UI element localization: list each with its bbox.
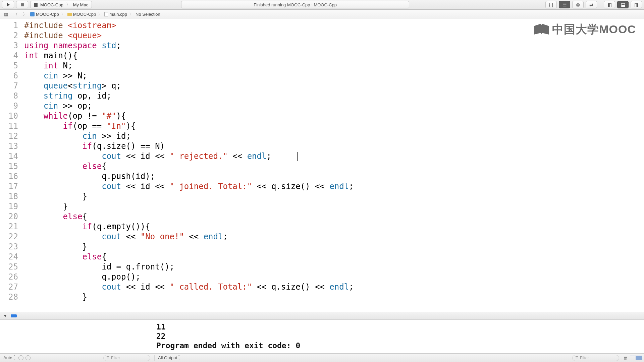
line-number: 1 [0,20,18,31]
chevron-right-icon: 〉 [128,11,134,17]
code-line[interactable]: cin >> op; [24,101,354,111]
code-content[interactable]: #include <iostream>#include <queue>using… [24,19,354,312]
stop-icon [21,3,24,6]
console-output[interactable]: 11 22 Program ended with exit code: 0 [154,320,644,353]
code-line[interactable]: else{ [24,252,354,262]
chevron-right-icon: 〉 [60,11,66,17]
console-filter[interactable]: ☰ Filter [572,355,619,361]
bottom-bar: Auto i ☰ Filter All Output ☰ Filter 🗑 [0,353,644,362]
variables-view[interactable] [0,320,154,353]
main-toolbar: MOOC-Cpp 〉 My Mac Finished running MOOC-… [0,0,644,10]
jumpbar-file[interactable]: main.cpp [104,12,127,17]
code-line[interactable]: cout << id << " joined. Total:" << q.siz… [24,181,354,191]
toggle-navigator-button[interactable]: ◧ [604,1,615,8]
jumpbar-selection-label: No Selection [136,12,160,17]
text-cursor [297,152,298,161]
code-line[interactable]: } [24,201,354,212]
code-line[interactable]: if(q.size() == N) [24,141,354,151]
line-number: 3 [0,41,18,51]
variables-footer: Auto i ☰ Filter [0,355,154,361]
code-line[interactable]: queue<string> q; [24,81,354,91]
scheme-selector[interactable]: MOOC-Cpp 〉 My Mac [30,1,92,8]
code-review-button[interactable]: { } [545,1,557,8]
jumpbar-file-label: main.cpp [109,12,127,17]
line-number: 5 [0,61,18,71]
target-icon [34,3,38,7]
project-icon [30,12,35,16]
code-editor[interactable]: 1234567891011121314151617181920212223242… [0,19,644,312]
line-number: 12 [0,131,18,141]
code-line[interactable]: else{ [24,161,354,171]
stop-button[interactable] [16,1,28,8]
related-items-button[interactable]: ▦ [2,11,10,18]
code-line[interactable]: id = q.front(); [24,262,354,272]
debug-toolbar: ▾ [0,312,644,320]
filter-icon: ☰ [575,356,579,360]
line-number: 24 [0,252,18,262]
jumpbar-project-label: MOOC-Cpp [36,12,59,17]
line-number: 21 [0,222,18,232]
code-line[interactable]: string op, id; [24,91,354,101]
line-number: 7 [0,81,18,91]
code-line[interactable]: int main(){ [24,51,354,61]
code-line[interactable]: } [24,191,354,201]
version-editor-button[interactable]: ◎ [572,1,584,8]
code-line[interactable]: cin >> N; [24,71,354,81]
chevron-right-icon: 〉 [97,11,103,17]
code-line[interactable]: if(q.empty()){ [24,222,354,232]
chevron-right-icon: 〉 [65,2,72,8]
code-line[interactable]: cout << id << " called. Total:" << q.siz… [24,282,354,292]
code-line[interactable]: q.pop(); [24,272,354,282]
code-line[interactable]: int N; [24,61,354,71]
line-number: 2 [0,31,18,41]
run-button[interactable] [2,1,14,8]
line-number: 18 [0,191,18,201]
assistant-editor-button[interactable]: ⇄ [586,1,597,8]
console-panel-toggle[interactable] [630,356,642,360]
line-number: 6 [0,71,18,81]
code-line[interactable]: cout << id << " rejected." << endl; [24,151,354,161]
code-line[interactable]: cin >> id; [24,131,354,141]
line-number: 23 [0,242,18,252]
output-mode-selector[interactable]: All Output [157,355,181,361]
breakpoint-toggle[interactable] [11,313,17,318]
code-line[interactable]: else{ [24,212,354,222]
toggle-debug-area-button[interactable]: ⬓ [617,1,629,8]
jumpbar-folder[interactable]: MOOC-Cpp [67,12,96,17]
clear-console-button[interactable]: 🗑 [623,355,628,361]
code-line[interactable]: using namespace std; [24,41,354,51]
line-number: 13 [0,141,18,151]
code-line[interactable]: #include <iostream> [24,20,354,31]
code-line[interactable]: #include <queue> [24,31,354,41]
back-button[interactable]: 〈 [11,11,19,18]
standard-editor-button[interactable]: ☰ [559,1,570,8]
hide-debug-button[interactable]: ▾ [2,313,8,318]
code-line[interactable]: if(op == "In"){ [24,121,354,131]
line-number: 15 [0,161,18,171]
code-line[interactable]: } [24,292,354,302]
code-line[interactable]: cout << "No one!" << endl; [24,232,354,242]
scheme-destination: My Mac [73,2,89,7]
debug-console: 11 22 Program ended with exit code: 0 [0,320,644,353]
console-footer: All Output [154,355,183,361]
jumpbar-selection[interactable]: No Selection [136,12,160,17]
filter-icon: ☰ [106,356,110,360]
scope-icon[interactable] [18,355,23,360]
forward-button[interactable]: 〉 [21,11,29,18]
auto-selector[interactable]: Auto [2,355,16,361]
code-line[interactable]: while(op != "#"){ [24,111,354,121]
toggle-inspector-button[interactable]: ◨ [631,1,642,8]
mooc-watermark: 中国大学MOOC [534,24,636,35]
watermark-text: 中国大学MOOC [552,24,636,34]
console-footer-right: ☰ Filter 🗑 [570,355,644,361]
status-text: Finished running MOOC-Cpp : MOOC-Cpp [254,2,337,7]
jumpbar-project[interactable]: MOOC-Cpp [30,12,59,17]
file-icon [104,12,108,16]
line-number: 17 [0,181,18,191]
code-line[interactable]: q.push(id); [24,171,354,181]
variables-filter[interactable]: ☰ Filter [103,355,150,361]
code-line[interactable]: } [24,242,354,252]
line-number: 4 [0,51,18,61]
info-icon[interactable]: i [25,355,31,360]
line-number: 22 [0,232,18,242]
